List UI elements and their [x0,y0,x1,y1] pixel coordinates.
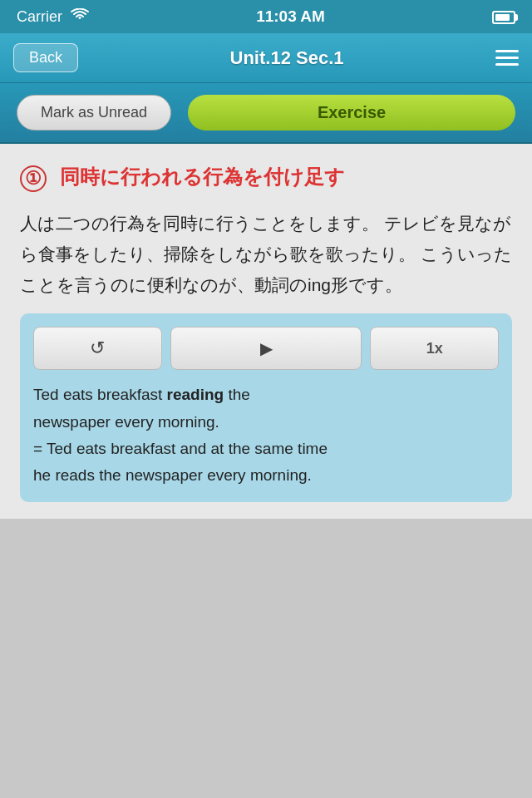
play-button[interactable]: ▶ [170,327,362,370]
example-text-bold: reading [167,386,224,403]
status-bar-time: 11:03 AM [256,7,325,26]
battery-indicator [492,9,515,24]
mark-unread-button[interactable]: Mark as Unread [17,95,171,131]
section-body: 人は二つの行為を同時に行うことをします。 テレビを見ながら食事をしたり、掃除をし… [20,209,512,300]
speed-button[interactable]: 1x [370,327,499,370]
status-bar: Carrier 11:03 AM [0,0,532,33]
hamburger-menu-icon[interactable] [495,50,519,66]
action-bar: Mark as Unread Exercise [0,83,532,144]
speed-label: 1x [426,340,443,357]
exercise-button[interactable]: Exercise [188,95,515,131]
example-text-part1: Ted eats breakfast [33,386,167,403]
example-text: Ted eats breakfast reading the newspaper… [33,382,499,489]
carrier-label: Carrier [17,8,62,26]
section-number: ① [20,165,47,192]
example-line3: = Ted eats breakfast and at the same tim… [33,440,328,457]
hamburger-line-2 [495,57,519,59]
nav-title: Unit.12 Sec.1 [230,47,344,69]
rewind-icon: ↺ [90,337,105,359]
example-line1: Ted eats breakfast reading the [33,386,250,403]
rewind-button[interactable]: ↺ [33,327,162,370]
hamburger-line-1 [495,50,519,52]
status-bar-left: Carrier [17,8,89,26]
main-content: ① 同時に行われる行為を付け足す 人は二つの行為を同時に行うことをします。 テレ… [0,144,532,519]
example-line2: newspaper every morning. [33,413,219,431]
hamburger-line-3 [495,63,519,66]
back-button[interactable]: Back [13,43,78,72]
audio-controls: ↺ ▶ 1x [33,327,499,370]
section-title: 同時に行われる行為を付け足す [60,164,345,190]
play-icon: ▶ [260,338,273,358]
example-box: ↺ ▶ 1x Ted eats breakfast reading the ne… [20,313,512,502]
example-line4: he reads the newspaper every morning. [33,466,312,484]
wifi-icon [71,8,89,26]
example-text-part2: the [224,386,250,403]
section-heading: ① 同時に行われる行為を付け足す [20,164,512,192]
nav-bar: Back Unit.12 Sec.1 [0,33,532,83]
